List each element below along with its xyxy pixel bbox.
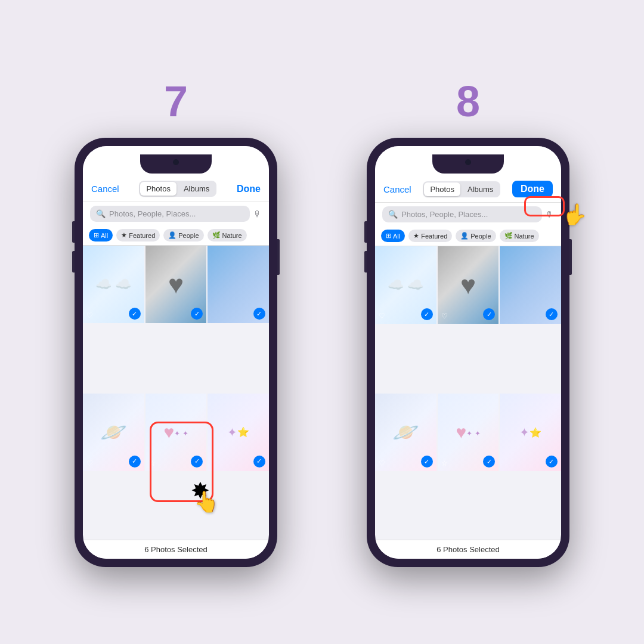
filter-people-label-7: People — [178, 232, 199, 239]
select-badge-7-6: ✓ — [253, 456, 265, 467]
search-placeholder-7: Photos, People, Places... — [109, 209, 196, 218]
filter-people-label-8: People — [470, 233, 491, 240]
photo-cell-7-1[interactable]: ☁️ ☁️ ✓ ♡ — [83, 246, 144, 323]
phone-7-camera — [173, 159, 179, 165]
filter-nature-7[interactable]: 🌿 Nature — [208, 229, 247, 242]
side-button-right-8 — [569, 239, 572, 275]
mic-icon-8[interactable]: 🎙 — [546, 210, 554, 219]
nav-tabs-7: Photos Albums — [139, 181, 216, 197]
heart-badge-7-5: ☆ — [149, 459, 156, 467]
status-footer-7: 6 Photos Selected — [83, 540, 269, 559]
page-container: 7 Cancel Photos — [0, 0, 644, 644]
star-icon-8: ★ — [413, 232, 419, 240]
leaf-icon-7: 🌿 — [212, 231, 221, 239]
filter-all-8[interactable]: ⊞ All — [381, 230, 405, 242]
filter-nature-label-8: Nature — [515, 233, 534, 240]
filter-nature-label-7: Nature — [222, 232, 242, 239]
filter-bar-8: ⊞ All ★ Featured 👤 People — [375, 226, 561, 246]
heart-badge-8-1: ♡ — [379, 312, 385, 320]
search-bar-7: 🔍 Photos, People, Places... 🎙 — [83, 202, 269, 225]
done-button-8[interactable]: Done — [512, 181, 553, 197]
photo-grid-7: ☁️ ☁️ ✓ ♡ ♥ ✓ ✓ — [83, 246, 269, 540]
filter-featured-label-7: Featured — [129, 232, 155, 239]
search-icon-8: 🔍 — [388, 210, 398, 219]
search-input-7[interactable]: 🔍 Photos, People, Places... — [90, 206, 250, 222]
photo-cell-8-1[interactable]: ☁️ ☁️ ✓ ♡ — [375, 246, 436, 324]
step-8-container: 8 Cancel Photos — [367, 77, 569, 567]
cancel-button-8[interactable]: Cancel — [383, 184, 411, 194]
phone-8-screen: Cancel Photos Albums Done 🔍 Photos, — [375, 146, 561, 559]
photo-cell-7-4[interactable]: 🪐 ✓ ♡ — [83, 394, 144, 471]
step-8-number: 8 — [456, 77, 480, 126]
photos-tab-8[interactable]: Photos — [424, 182, 460, 196]
search-icon-7: 🔍 — [96, 209, 106, 218]
select-badge-7-3: ✓ — [253, 308, 265, 320]
filter-featured-label-8: Featured — [421, 233, 447, 240]
filter-people-7[interactable]: 👤 People — [163, 229, 203, 242]
select-badge-7-2: ✓ — [191, 308, 203, 320]
side-button-right-7 — [277, 239, 280, 275]
albums-tab-8[interactable]: Albums — [462, 182, 499, 196]
photo-cell-8-4[interactable]: 🪐 ✓ ♡ — [375, 394, 436, 471]
nav-bar-8: Cancel Photos Albums Done — [375, 176, 561, 203]
photo-cell-7-3[interactable]: ✓ — [208, 246, 269, 323]
photos-tab-7[interactable]: Photos — [140, 182, 176, 196]
phone-7-wrapper: Cancel Photos Albums Done 🔍 Photos, — [75, 138, 277, 567]
step-7-container: 7 Cancel Photos — [75, 77, 277, 567]
filter-people-8[interactable]: 👤 People — [456, 230, 496, 242]
filter-featured-7[interactable]: ★ Featured — [116, 229, 160, 242]
phone-8-wrapper: Cancel Photos Albums Done 🔍 Photos, — [367, 138, 569, 567]
person-icon-8: 👤 — [460, 232, 469, 240]
select-badge-8-3: ✓ — [546, 308, 558, 320]
select-badge-7-1: ✓ — [129, 308, 141, 320]
person-icon-7: 👤 — [168, 231, 177, 239]
filter-nature-8[interactable]: 🌿 Nature — [500, 230, 539, 242]
select-badge-8-6: ✓ — [546, 456, 558, 467]
photo-cell-8-5[interactable]: ♥ ✦ ✦ ✓ ☆ — [438, 394, 499, 471]
done-button-7[interactable]: Done — [237, 184, 261, 194]
search-placeholder-8: Photos, People, Places... — [401, 210, 488, 219]
select-badge-7-4: ✓ — [129, 456, 141, 467]
phone-8-inner: Cancel Photos Albums Done 🔍 Photos, — [375, 146, 561, 559]
heart-badge-8-4: ♡ — [379, 459, 385, 467]
nav-bar-7: Cancel Photos Albums Done — [83, 176, 269, 202]
phone-7: Cancel Photos Albums Done 🔍 Photos, — [75, 138, 277, 567]
leaf-icon-8: 🌿 — [504, 232, 513, 240]
heart-badge-8-5: ☆ — [441, 459, 448, 467]
select-badge-8-1: ✓ — [421, 308, 433, 320]
step-7-number: 7 — [164, 77, 188, 126]
search-input-8[interactable]: 🔍 Photos, People, Places... — [382, 206, 542, 222]
select-badge-7-5: ✓ — [191, 456, 203, 467]
photo-grid-8: ☁️ ☁️ ✓ ♡ ♥ ✓ ♡ ✓ — [375, 246, 561, 540]
filter-featured-8[interactable]: ★ Featured — [408, 230, 452, 242]
mic-icon-7[interactable]: 🎙 — [253, 209, 262, 219]
photo-cell-8-3[interactable]: ✓ — [500, 246, 561, 324]
select-badge-8-5: ✓ — [483, 456, 495, 467]
grid-icon-8: ⊞ — [386, 232, 391, 240]
select-badge-8-2: ✓ — [483, 308, 495, 320]
albums-tab-7[interactable]: Albums — [178, 182, 215, 196]
cancel-button-7[interactable]: Cancel — [91, 184, 119, 194]
phone-7-screen: Cancel Photos Albums Done 🔍 Photos, — [83, 146, 269, 559]
photo-cell-7-2[interactable]: ♥ ✓ — [145, 246, 207, 323]
filter-bar-7: ⊞ All ★ Featured 👤 People — [83, 225, 269, 246]
heart-badge-8-2: ♡ — [441, 312, 448, 320]
select-badge-8-4: ✓ — [421, 456, 433, 467]
phone-7-inner: Cancel Photos Albums Done 🔍 Photos, — [83, 146, 269, 559]
search-bar-8: 🔍 Photos, People, Places... 🎙 — [375, 203, 561, 226]
filter-all-label-7: All — [101, 232, 108, 239]
phone-8: Cancel Photos Albums Done 🔍 Photos, — [367, 138, 569, 567]
photo-cell-7-5[interactable]: ♥ ✦ ✦ ✓ ☆ — [145, 394, 207, 471]
nav-tabs-8: Photos Albums — [423, 181, 500, 197]
filter-all-label-8: All — [393, 233, 400, 240]
filter-all-7[interactable]: ⊞ All — [89, 229, 113, 242]
photo-cell-8-6[interactable]: ✦ ⭐ ✓ — [500, 394, 561, 471]
phone-8-camera — [465, 159, 471, 165]
star-icon-7: ★ — [121, 231, 127, 239]
photo-cell-8-2[interactable]: ♥ ✓ ♡ — [438, 246, 499, 324]
heart-badge-7-1: ♡ — [86, 311, 93, 320]
photo-cell-7-6[interactable]: ✦ ⭐ ✓ — [208, 394, 269, 471]
status-footer-8: 6 Photos Selected — [375, 540, 561, 559]
heart-badge-7-4: ♡ — [86, 459, 93, 467]
grid-icon-7: ⊞ — [94, 231, 99, 239]
